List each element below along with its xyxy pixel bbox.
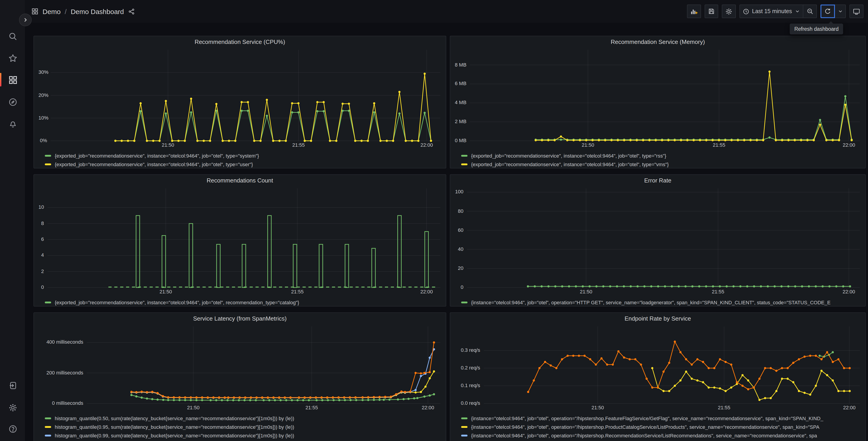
x-axis-tick: 21:55 [298, 405, 325, 410]
panel-title[interactable]: Recommendation Service (CPU%) [34, 38, 446, 49]
chart-plot-area[interactable]: 0 MB2 MB4 MB6 MB8 MB21:5021:5522:00 [470, 50, 860, 141]
legend-label: {exported_job="recommendationservice", i… [471, 153, 666, 158]
panel-recommendation-service-memory: Recommendation Service (Memory)0 MB2 MB4… [450, 36, 866, 169]
legend-item[interactable]: {exported_job="recommendationservice", i… [461, 160, 862, 169]
legend-label: {instance="otelcol:9464", job="otel", op… [471, 433, 817, 438]
x-axis-tick: 21:55 [704, 289, 732, 294]
legend-label: histogram_quantile(0.99, sum(rate(latenc… [55, 433, 294, 438]
legend-swatch [461, 301, 467, 303]
x-axis-tick: 21:55 [706, 142, 733, 148]
kiosk-mode-button[interactable] [849, 4, 864, 18]
y-axis-tick: 2 [38, 268, 44, 274]
legend-item[interactable]: {exported_job="recommendationservice", i… [461, 151, 862, 160]
grafana-app: Demo / Demo Dashboard [0, 0, 868, 441]
y-axis-tick: 0.2 req/s [455, 365, 480, 371]
legend-item[interactable]: {exported_job="recommendationservice", i… [45, 160, 442, 169]
legend-item[interactable]: {exported_job="recommendationservice", i… [45, 151, 442, 160]
sidebar-item-dashboards[interactable] [4, 70, 22, 89]
legend-label: {exported_job="recommendationservice", i… [471, 161, 669, 167]
legend-item[interactable]: histogram_quantile(0.99, sum(rate(latenc… [45, 431, 442, 440]
sign-in-icon [8, 381, 18, 390]
sidebar-item-starred[interactable] [4, 49, 22, 67]
panel-title[interactable]: Recommendations Count [34, 177, 446, 187]
save-dashboard-button[interactable] [705, 4, 718, 18]
x-axis-tick: 22:00 [413, 289, 440, 294]
x-axis-tick: 21:50 [572, 289, 600, 294]
y-axis-tick: 6 MB [455, 81, 466, 86]
legend-swatch [461, 417, 467, 419]
legend-swatch [45, 435, 51, 436]
star-icon [8, 53, 18, 63]
sidebar-item-settings[interactable] [4, 399, 22, 416]
panel-title[interactable]: Recommendation Service (Memory) [450, 38, 865, 49]
refresh-controls [820, 4, 846, 18]
sidebar-item-search[interactable] [4, 27, 22, 45]
y-axis-tick: 8 [38, 220, 44, 226]
legend-swatch [45, 426, 51, 428]
share-icon[interactable] [128, 8, 135, 15]
y-axis-tick: 0 milliseconds [38, 400, 83, 406]
search-icon [8, 31, 18, 41]
save-icon [708, 8, 715, 15]
legend-label: {exported_job="recommendationservice", i… [55, 299, 299, 305]
sidebar-item-explore[interactable] [4, 93, 22, 111]
x-axis-tick: 22:00 [836, 405, 863, 410]
legend-swatch [461, 155, 467, 156]
y-axis-tick: 0.1 req/s [455, 383, 480, 388]
y-axis-tick: 60 [455, 227, 463, 233]
sidebar-item-sign-in[interactable] [4, 376, 22, 394]
breadcrumb-section[interactable]: Demo [42, 7, 61, 15]
refresh-icon [824, 8, 831, 15]
legend: histogram_quantile(0.50, sum(rate(latenc… [45, 414, 442, 441]
y-axis-tick: 20% [38, 92, 47, 97]
x-axis-tick: 22:00 [413, 142, 440, 148]
y-axis-tick: 0.0 req/s [455, 400, 480, 406]
legend: {exported_job="recommendationservice", i… [45, 298, 442, 306]
legend-item[interactable]: histogram_quantile(0.50, sum(rate(latenc… [45, 414, 442, 422]
sidebar-item-help[interactable] [4, 420, 22, 438]
time-range-label: Last 15 minutes [752, 8, 792, 14]
legend-swatch [461, 435, 467, 436]
y-axis-tick: 0.3 req/s [455, 347, 480, 353]
legend-item[interactable]: {instance="otelcol:9464", job="otel", op… [461, 298, 862, 306]
refresh-tooltip: Refresh dashboard [790, 24, 843, 34]
panel-title[interactable]: Endpoint Rate by Service [450, 315, 865, 325]
refresh-button[interactable] [820, 4, 835, 18]
x-axis-tick: 22:00 [835, 289, 862, 294]
y-axis-tick: 30% [38, 69, 47, 75]
y-axis-tick: 0 MB [455, 138, 466, 143]
expand-sidebar-button[interactable] [19, 13, 32, 26]
legend-item[interactable]: {instance="otelcol:9464", job="otel", op… [461, 414, 862, 422]
chart-plot-area[interactable]: 0%10%20%30%21:5021:5522:00 [51, 50, 440, 141]
chart-plot-area[interactable]: 024681021:5021:5522:00 [48, 188, 440, 288]
dashboard-settings-button[interactable] [722, 4, 736, 18]
y-axis-tick: 8 MB [455, 62, 466, 67]
chart-plot-area[interactable]: 0.0 req/s0.1 req/s0.2 req/s0.3 req/s21:5… [484, 326, 860, 404]
toolbar: Last 15 minutes [687, 4, 864, 18]
panel-title[interactable]: Service Latency (from SpanMetrics) [34, 315, 446, 325]
panel-endpoint-rate-by-service: Endpoint Rate by Service0.0 req/s0.1 req… [450, 313, 866, 441]
add-panel-button[interactable] [687, 4, 701, 18]
legend-item[interactable]: {exported_job="recommendationservice", i… [45, 298, 442, 306]
refresh-interval-dropdown[interactable] [835, 4, 846, 18]
panel-title[interactable]: Error Rate [450, 177, 865, 187]
legend-item[interactable]: {instance="otelcol:9464", job="otel", op… [461, 440, 862, 441]
legend-item[interactable]: {instance="otelcol:9464", job="otel", op… [461, 422, 862, 431]
legend-item[interactable]: histogram_quantile(0.999, sum(rate(laten… [45, 440, 442, 441]
legend-item[interactable]: {instance="otelcol:9464", job="otel", op… [461, 431, 862, 440]
y-axis-tick: 400 milliseconds [38, 340, 83, 345]
breadcrumb-page[interactable]: Demo Dashboard [71, 7, 124, 15]
add-panel-icon [690, 7, 698, 15]
y-axis-tick: 6 [38, 236, 44, 242]
y-axis-tick: 10 [38, 204, 44, 210]
y-axis-tick: 200 milliseconds [38, 370, 83, 375]
chart-plot-area[interactable]: 02040608010021:5021:5522:00 [467, 188, 860, 288]
legend: {exported_job="recommendationservice", i… [461, 151, 862, 169]
time-range-picker[interactable]: Last 15 minutes [740, 4, 804, 18]
y-axis-tick: 100 [455, 189, 463, 195]
chart-plot-area[interactable]: 0 milliseconds200 milliseconds400 millis… [87, 326, 440, 404]
monitor-icon [852, 7, 860, 15]
sidebar-item-alerting[interactable] [4, 115, 22, 133]
zoom-out-button[interactable] [803, 4, 817, 18]
legend-item[interactable]: histogram_quantile(0.95, sum(rate(latenc… [45, 422, 442, 431]
